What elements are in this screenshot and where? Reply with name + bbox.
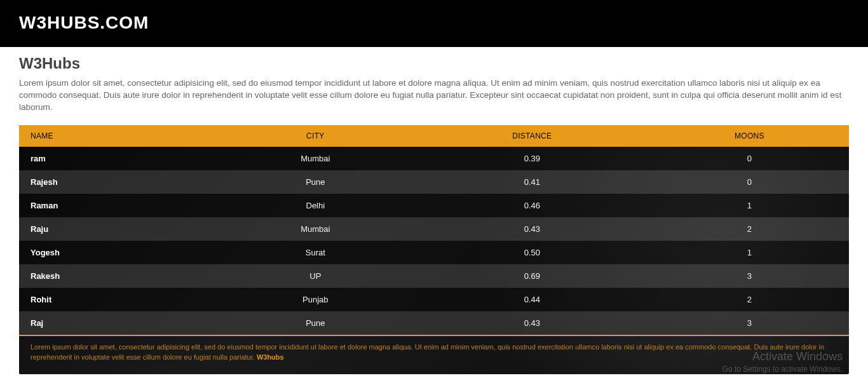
cell-moons: 3 [650, 264, 849, 288]
cell-name: ram [19, 147, 217, 170]
cell-moons: 2 [650, 217, 849, 241]
col-header-name[interactable]: NAME [19, 125, 217, 147]
page-title: W3Hubs [19, 55, 849, 72]
table-row: RakeshUP0.693 [19, 264, 849, 288]
cell-name: Raju [19, 217, 217, 241]
cell-moons: 0 [650, 147, 849, 170]
data-card: NAME CITY DISTANCE MOONS ramMumbai0.390R… [19, 125, 849, 374]
footer-brand-link[interactable]: W3hubs [257, 353, 284, 361]
cell-moons: 3 [650, 311, 849, 335]
footer-text: Lorem ipsum dolor sit amet, consectetur … [31, 343, 824, 361]
header-bar: W3HUBS.COM [0, 0, 868, 47]
col-header-distance[interactable]: DISTANCE [414, 125, 650, 147]
cell-distance: 0.39 [414, 147, 650, 170]
cell-moons: 2 [650, 288, 849, 311]
table-row: YogeshSurat0.501 [19, 241, 849, 264]
site-logo[interactable]: W3HUBS.COM [19, 13, 849, 33]
cell-distance: 0.43 [414, 217, 650, 241]
cell-city: Mumbai [217, 147, 414, 170]
table-row: RajeshPune0.410 [19, 170, 849, 194]
cell-distance: 0.69 [414, 264, 650, 288]
cell-name: Rakesh [19, 264, 217, 288]
cell-city: Delhi [217, 194, 414, 217]
col-header-city[interactable]: CITY [217, 125, 414, 147]
table-row: RohitPunjab0.442 [19, 288, 849, 311]
table-row: RajuMumbai0.432 [19, 217, 849, 241]
table-row: ramMumbai0.390 [19, 147, 849, 170]
intro-text: Lorem ipsum dolor sit amet, consectetur … [19, 78, 849, 114]
table-header-row: NAME CITY DISTANCE MOONS [19, 125, 849, 147]
cell-distance: 0.50 [414, 241, 650, 264]
cell-city: Pune [217, 170, 414, 194]
cell-name: Yogesh [19, 241, 217, 264]
cell-city: Punjab [217, 288, 414, 311]
card-footer: Lorem ipsum dolor sit amet, consectetur … [19, 336, 849, 374]
main-content: W3Hubs Lorem ipsum dolor sit amet, conse… [0, 47, 868, 374]
table-row: RamanDelhi0.461 [19, 194, 849, 217]
cell-moons: 1 [650, 241, 849, 264]
cell-distance: 0.43 [414, 311, 650, 335]
cell-distance: 0.41 [414, 170, 650, 194]
cell-city: UP [217, 264, 414, 288]
col-header-moons[interactable]: MOONS [650, 125, 849, 147]
cell-name: Raj [19, 311, 217, 335]
cell-moons: 0 [650, 170, 849, 194]
data-table: NAME CITY DISTANCE MOONS ramMumbai0.390R… [19, 125, 849, 335]
cell-city: Pune [217, 311, 414, 335]
cell-name: Rajesh [19, 170, 217, 194]
cell-name: Rohit [19, 288, 217, 311]
cell-city: Surat [217, 241, 414, 264]
cell-distance: 0.44 [414, 288, 650, 311]
cell-distance: 0.46 [414, 194, 650, 217]
cell-moons: 1 [650, 194, 849, 217]
cell-name: Raman [19, 194, 217, 217]
table-row: RajPune0.433 [19, 311, 849, 335]
cell-city: Mumbai [217, 217, 414, 241]
